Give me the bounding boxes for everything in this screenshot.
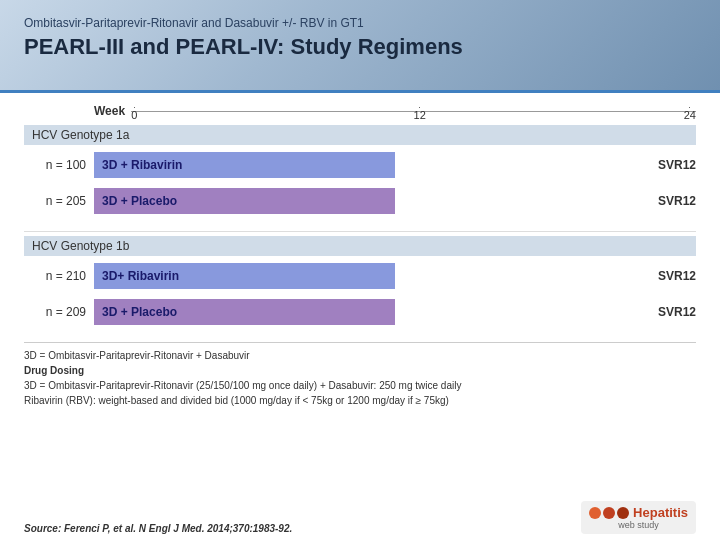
regimen-row-1b-1: n = 210 3D+ Ribavirin SVR12 (24, 260, 696, 292)
header: Ombitasvir-Paritaprevir-Ritonavir and Da… (0, 0, 720, 90)
tick-24: 24 (684, 101, 696, 121)
section-divider (24, 231, 696, 232)
logo-icon-row: Hepatitis (589, 505, 688, 520)
regimen-n-1a-2: n = 205 (24, 194, 94, 208)
regimen-bar-1a-ribavirin: 3D + Ribavirin (94, 152, 395, 178)
logo-subtitle: web study (618, 520, 659, 530)
header-title: PEARL-III and PEARL-IV: Study Regimens (24, 34, 696, 60)
endpoint-label-1a-1: SVR12 (658, 158, 696, 172)
endpoint-label-1b-2: SVR12 (658, 305, 696, 319)
logo-circle-3 (617, 507, 629, 519)
regimen-label-1a-2: 3D + Placebo (102, 194, 177, 208)
regimen-row-1a-1: n = 100 3D + Ribavirin SVR12 (24, 149, 696, 181)
regimen-bar-1a-placebo: 3D + Placebo (94, 188, 395, 214)
regimen-n-1a-1: n = 100 (24, 158, 94, 172)
regimen-bar-1b-ribavirin: 3D+ Ribavirin (94, 263, 395, 289)
bar-container-1b-1: 3D+ Ribavirin SVR12 (94, 262, 696, 290)
bar-container-1a-2: 3D + Placebo SVR12 (94, 187, 696, 215)
tick-label-0: 0 (131, 109, 137, 121)
genotype-1a-header: HCV Genotype 1a (24, 125, 696, 145)
tick-12: 12 (414, 101, 426, 121)
hepatitis-logo: Hepatitis web study (581, 501, 696, 534)
source-text: Source: Ferenci P, et al. N Engl J Med. … (24, 523, 292, 534)
header-subtitle: Ombitasvir-Paritaprevir-Ritonavir and Da… (24, 16, 696, 30)
content-area: Week 0 12 24 HCV Genotype 1a (0, 93, 720, 497)
timeline-row: Week 0 12 24 (94, 93, 696, 125)
regimen-n-1b-2: n = 209 (24, 305, 94, 319)
tick-mark-24 (689, 107, 690, 108)
logo-circle-1 (589, 507, 601, 519)
tick-mark-0 (134, 107, 135, 108)
regimen-n-1b-1: n = 210 (24, 269, 94, 283)
regimen-row-1a-2: n = 205 3D + Placebo SVR12 (24, 185, 696, 217)
tick-label-12: 12 (414, 109, 426, 121)
regimen-label-1b-2: 3D + Placebo (102, 305, 177, 319)
bar-container-1a-1: 3D + Ribavirin SVR12 (94, 151, 696, 179)
tick-label-24: 24 (684, 109, 696, 121)
tick-mark-12 (419, 107, 420, 108)
footnote-line-4: Ribavirin (RBV): weight-based and divide… (24, 394, 696, 408)
regimen-label-1a-1: 3D + Ribavirin (102, 158, 182, 172)
endpoint-label-1b-1: SVR12 (658, 269, 696, 283)
timeline-track: 0 12 24 (131, 101, 696, 121)
slide: Ombitasvir-Paritaprevir-Ritonavir and Da… (0, 0, 720, 540)
logo-circle-2 (603, 507, 615, 519)
footnote-drug-dosing-label: Drug Dosing (24, 364, 696, 378)
footnote-line-1: 3D = Ombitasvir-Paritaprevir-Ritonavir +… (24, 349, 696, 363)
genotype-1b-section: HCV Genotype 1b n = 210 3D+ Ribavirin SV… (24, 236, 696, 332)
regimen-bar-1b-placebo: 3D + Placebo (94, 299, 395, 325)
tick-0: 0 (131, 101, 137, 121)
endpoint-label-1a-2: SVR12 (658, 194, 696, 208)
timeline-label: Week (94, 104, 125, 118)
footnote-line-3: 3D = Ombitasvir-Paritaprevir-Ritonavir (… (24, 379, 696, 393)
footer-notes: 3D = Ombitasvir-Paritaprevir-Ritonavir +… (24, 342, 696, 409)
genotype-1a-section: HCV Genotype 1a n = 100 3D + Ribavirin S… (24, 125, 696, 221)
regimen-label-1b-1: 3D+ Ribavirin (102, 269, 179, 283)
genotype-1b-header: HCV Genotype 1b (24, 236, 696, 256)
regimen-row-1b-2: n = 209 3D + Placebo SVR12 (24, 296, 696, 328)
source-area: Source: Ferenci P, et al. N Engl J Med. … (0, 497, 720, 540)
logo-title: Hepatitis (633, 505, 688, 520)
logo-circles (589, 507, 629, 519)
bar-container-1b-2: 3D + Placebo SVR12 (94, 298, 696, 326)
